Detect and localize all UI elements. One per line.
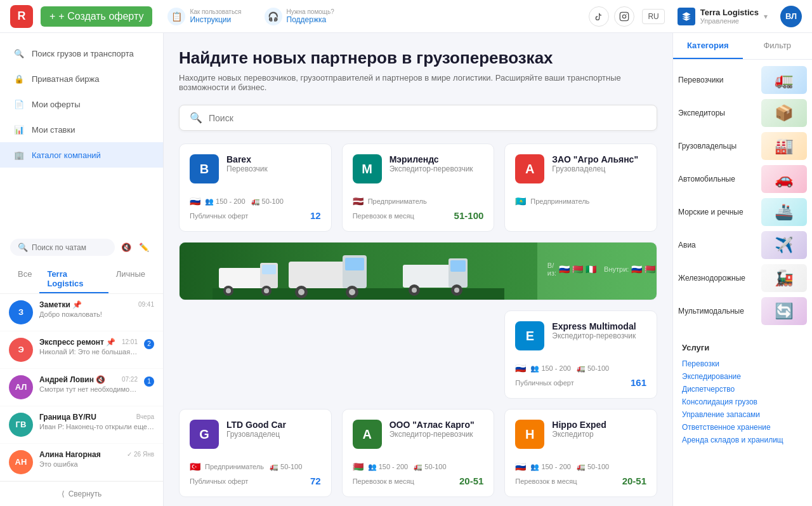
service-link-storage[interactable]: Ответственное хранение [682,421,803,434]
compose-button[interactable]: ✏️ [135,239,153,256]
forwarders-category-image: 📦 [761,99,807,127]
featured-background [180,243,537,300]
page-title: Найдите новых партнеров в грузоперевозка… [179,48,657,68]
avatar: ГВ [9,413,33,437]
services-section: Услуги Перевозки Экспедирование Диспетче… [673,336,812,453]
svg-point-24 [454,288,459,293]
service-link-inventory[interactable]: Управление запасами [682,408,803,421]
company-card-atlas[interactable]: А ООО "Атлас Карго" Экспедитор-перевозчи… [342,409,495,497]
service-link-warehouse[interactable]: Аренда складов и хранилищ [682,434,803,446]
company-card-goodcar[interactable]: G LTD Good Car Грузовладелец 🇹🇷 Предприн… [179,409,332,497]
category-item-owners[interactable]: Грузовладельцы 🏭 [673,132,812,165]
instagram-button[interactable] [614,6,634,27]
sea-category-image: 🚢 [761,198,807,226]
company-nav-icon [678,8,695,25]
company-card-meryland[interactable]: M Мэрилендс Экспедитор-перевозчик 🇱🇻 Пре… [342,143,495,232]
tab-personal[interactable]: Личные [108,265,153,293]
chat-item[interactable]: Э Экспресс ремонт 📌 12:01 Николай И: Это… [0,331,163,369]
chat-item[interactable]: АЛ Андрей Ловин 🔇 07:22 Смотри тут нет н… [0,369,163,406]
sidebar-item-search[interactable]: 🔍 Поиск грузов и транспорта [0,41,163,66]
service-link-forwarding[interactable]: Экспедирование [682,370,803,383]
company-grid: B Barex Перевозчик 🇷🇺 👥 150 - 200 🚛 50-1… [179,143,657,506]
mute-button[interactable]: 🔇 [117,239,135,256]
company-logo: А [515,154,544,183]
collapse-icon: ⟨ [62,489,65,498]
tab-all[interactable]: Все [10,265,39,293]
service-link-dispatch[interactable]: Диспетчерство [682,383,803,396]
category-item-carriers[interactable]: Перевозчики 🚛 [673,66,812,99]
chat-search-row: 🔍 🔇 ✏️ [0,236,163,262]
offers-icon: 📄 [13,98,25,110]
language-button[interactable]: RU [642,9,664,24]
company-card-agro[interactable]: А ЗАО "Агро Альянс" Грузовладелец 🇰🇿 Пре… [504,143,657,232]
chat-tabs: Все Terra Logistics Личные [0,262,163,294]
rail-category-image: 🚂 [761,264,807,292]
instructions-icon: 📋 [167,8,185,25]
company-search-input[interactable] [209,113,646,123]
company-logo: G [190,420,219,449]
user-avatar[interactable]: ВЛ [780,6,802,27]
services-title: Услуги [682,343,803,352]
right-panel: Категория Фильтр Перевозчики 🚛 Экспедито… [672,33,812,506]
avatar: АЛ [9,375,33,399]
tiktok-button[interactable] [589,6,609,27]
page-subtitle: Находите новых перевозчиков, грузоотправ… [179,73,657,92]
company-logo: B [190,154,219,183]
svg-point-1 [623,15,626,18]
tab-terra[interactable]: Terra Logistics [39,265,108,293]
service-link-transport[interactable]: Перевозки [682,357,803,370]
support-hint[interactable]: 🎧 Нужна помощь? Поддержка [257,4,342,29]
sidebar-item-private[interactable]: 🔒 Приватная биржа [0,66,163,91]
lock-icon: 🔒 [13,72,25,85]
company-card-barex[interactable]: B Barex Перевозчик 🇷🇺 👥 150 - 200 🚛 50-1… [179,143,332,232]
bids-icon: 📊 [13,123,25,136]
company-dropdown-icon: ▾ [764,12,768,21]
chat-search-box[interactable]: 🔍 [10,239,115,256]
company-search-bar[interactable]: 🔍 [179,105,657,131]
sidebar-nav: 🔍 Поиск грузов и транспорта 🔒 Приватная … [0,33,163,236]
chat-list: З Заметки 📌 09:41 Добро пожаловать! Э Эк… [0,294,163,482]
category-item-sea[interactable]: Морские и речные 🚢 [673,198,812,231]
app-layout: 🔍 Поиск грузов и транспорта 🔒 Приватная … [0,33,812,506]
svg-rect-13 [262,265,276,274]
featured-banner[interactable]: В/из: 🇷🇺 🇧🇾 🇮🇹 Внутри: 🇷🇺 🇧🇾 +2 [179,242,657,300]
avatar: З [9,300,33,324]
chat-item[interactable]: З Заметки 📌 09:41 Добро пожаловать! [0,294,163,331]
tab-category[interactable]: Категория [673,33,743,59]
category-item-forwarders[interactable]: Экспедиторы 📦 [673,99,812,132]
category-item-auto[interactable]: Автомобильные 🚗 [673,165,812,198]
company-logo: А [353,420,382,449]
sidebar-item-bids[interactable]: 📊 Мои ставки [0,117,163,142]
svg-point-22 [412,288,417,293]
avatar: АН [9,450,33,474]
company-card-hippo[interactable]: H Hippo Exped Экспедитор 🇷🇺 👥 150 - 200 … [504,409,657,497]
chat-search-input[interactable] [32,243,107,252]
tab-filter[interactable]: Фильтр [743,33,813,59]
search-icon: 🔍 [190,112,202,124]
svg-point-8 [298,289,304,295]
right-panel-tabs: Категория Фильтр [673,33,812,60]
company-card-express[interactable]: E Express Multimodal Экспедитор-перевозч… [504,310,657,399]
avatar: Э [9,338,33,362]
support-icon: 🎧 [265,8,282,25]
unread-badge: 2 [144,339,154,349]
company-selector[interactable]: Terra Logistics Управление ▾ [672,5,773,28]
sidebar-item-catalog[interactable]: 🏢 Каталог компаний [0,142,163,168]
svg-point-10 [349,289,355,295]
svg-rect-0 [620,12,629,20]
category-item-air[interactable]: Авиа ✈️ [673,231,812,264]
service-link-consolidation[interactable]: Консолидация грузов [682,396,803,408]
carriers-category-image: 🚛 [761,66,807,94]
instructions-hint[interactable]: 📋 Как пользоваться Инструкции [160,4,249,29]
category-item-multi[interactable]: Мультимодальные 🔄 [673,297,812,330]
collapse-button[interactable]: ⟨ Свернуть [0,481,163,506]
sidebar-item-offers[interactable]: 📄 Мои офeрты [0,91,163,117]
category-item-rail[interactable]: Железнодорожные 🚂 [673,264,812,297]
chat-item[interactable]: ГВ Граница BY/RU Вчера Иван Р: Наконец-т… [0,406,163,444]
create-offer-button[interactable]: + + Создать оферту [41,6,152,27]
unread-badge: 1 [144,376,154,387]
auto-category-image: 🚗 [761,165,807,193]
sidebar: 🔍 Поиск грузов и транспорта 🔒 Приватная … [0,33,164,506]
collapse-label: Свернуть [69,489,102,498]
chat-item[interactable]: АН Алина Нагорная ✓ 26 Янв Это ошибка [0,444,163,481]
